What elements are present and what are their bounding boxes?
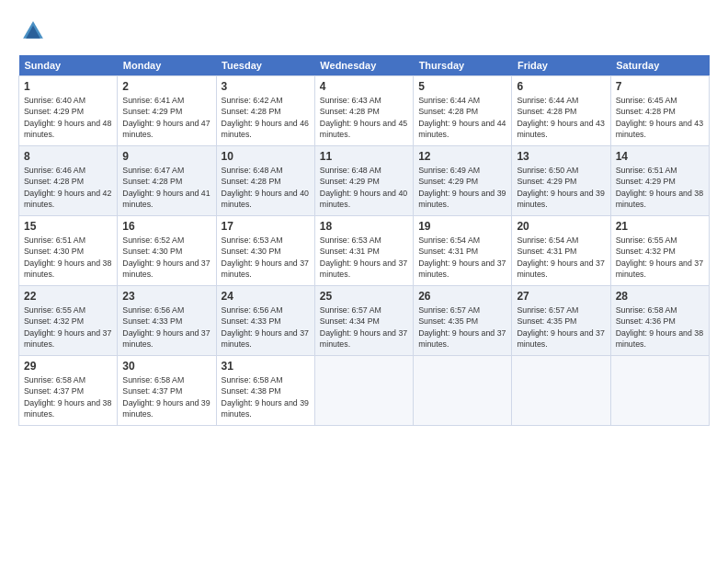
day-info: Sunrise: 6:44 AM Sunset: 4:28 PM Dayligh… xyxy=(517,95,605,140)
day-number: 14 xyxy=(616,150,704,163)
day-info: Sunrise: 6:55 AM Sunset: 4:32 PM Dayligh… xyxy=(24,304,112,350)
day-number: 24 xyxy=(222,290,310,303)
day-number: 27 xyxy=(517,290,605,303)
day-number: 13 xyxy=(517,150,605,163)
calendar-day-29: 29Sunrise: 6:58 AM Sunset: 4:37 PM Dayli… xyxy=(19,356,118,426)
weekday-header-friday: Friday xyxy=(512,55,610,76)
calendar-day-26: 26Sunrise: 6:57 AM Sunset: 4:35 PM Dayli… xyxy=(414,286,512,356)
day-number: 31 xyxy=(222,360,310,373)
calendar-day-25: 25Sunrise: 6:57 AM Sunset: 4:34 PM Dayli… xyxy=(314,286,413,356)
calendar-week-2: 8Sunrise: 6:46 AM Sunset: 4:28 PM Daylig… xyxy=(19,146,710,216)
calendar-day-17: 17Sunrise: 6:53 AM Sunset: 4:30 PM Dayli… xyxy=(216,216,314,286)
header xyxy=(18,15,710,48)
day-number: 11 xyxy=(320,150,408,163)
calendar-table: SundayMondayTuesdayWednesdayThursdayFrid… xyxy=(18,55,710,426)
day-number: 21 xyxy=(616,220,704,233)
calendar-week-4: 22Sunrise: 6:55 AM Sunset: 4:32 PM Dayli… xyxy=(19,286,710,356)
day-number: 2 xyxy=(122,80,210,93)
day-info: Sunrise: 6:53 AM Sunset: 4:30 PM Dayligh… xyxy=(222,235,310,280)
day-info: Sunrise: 6:50 AM Sunset: 4:29 PM Dayligh… xyxy=(517,165,605,210)
calendar-day-empty xyxy=(414,356,512,426)
day-number: 30 xyxy=(122,360,210,373)
day-info: Sunrise: 6:48 AM Sunset: 4:29 PM Dayligh… xyxy=(320,165,408,210)
day-number: 16 xyxy=(122,220,210,233)
day-number: 22 xyxy=(24,290,112,303)
weekday-header-sunday: Sunday xyxy=(19,55,118,76)
calendar-day-31: 31Sunrise: 6:58 AM Sunset: 4:38 PM Dayli… xyxy=(216,356,314,426)
day-number: 6 xyxy=(517,80,605,93)
day-info: Sunrise: 6:55 AM Sunset: 4:32 PM Dayligh… xyxy=(616,235,704,280)
page-container: SundayMondayTuesdayWednesdayThursdayFrid… xyxy=(0,0,728,435)
calendar-day-28: 28Sunrise: 6:58 AM Sunset: 4:36 PM Dayli… xyxy=(610,286,709,356)
calendar-day-24: 24Sunrise: 6:56 AM Sunset: 4:33 PM Dayli… xyxy=(216,286,314,356)
calendar-day-22: 22Sunrise: 6:55 AM Sunset: 4:32 PM Dayli… xyxy=(19,286,118,356)
calendar-day-4: 4Sunrise: 6:43 AM Sunset: 4:28 PM Daylig… xyxy=(314,76,413,146)
calendar-day-6: 6Sunrise: 6:44 AM Sunset: 4:28 PM Daylig… xyxy=(512,76,610,146)
calendar-day-21: 21Sunrise: 6:55 AM Sunset: 4:32 PM Dayli… xyxy=(610,216,709,286)
calendar-day-9: 9Sunrise: 6:47 AM Sunset: 4:28 PM Daylig… xyxy=(118,146,216,216)
day-number: 26 xyxy=(418,290,506,303)
day-number: 20 xyxy=(517,220,605,233)
calendar-day-18: 18Sunrise: 6:53 AM Sunset: 4:31 PM Dayli… xyxy=(314,216,413,286)
day-info: Sunrise: 6:58 AM Sunset: 4:37 PM Dayligh… xyxy=(24,374,112,419)
calendar-day-23: 23Sunrise: 6:56 AM Sunset: 4:33 PM Dayli… xyxy=(118,286,216,356)
day-info: Sunrise: 6:47 AM Sunset: 4:28 PM Dayligh… xyxy=(122,165,210,210)
calendar-day-14: 14Sunrise: 6:51 AM Sunset: 4:29 PM Dayli… xyxy=(610,146,709,216)
day-number: 12 xyxy=(418,150,506,163)
calendar-day-5: 5Sunrise: 6:44 AM Sunset: 4:28 PM Daylig… xyxy=(414,76,512,146)
calendar-day-3: 3Sunrise: 6:42 AM Sunset: 4:28 PM Daylig… xyxy=(216,76,314,146)
weekday-header-wednesday: Wednesday xyxy=(314,55,413,76)
calendar-day-1: 1Sunrise: 6:40 AM Sunset: 4:29 PM Daylig… xyxy=(19,76,118,146)
calendar-day-16: 16Sunrise: 6:52 AM Sunset: 4:30 PM Dayli… xyxy=(118,216,216,286)
weekday-header-monday: Monday xyxy=(118,55,216,76)
calendar-day-8: 8Sunrise: 6:46 AM Sunset: 4:28 PM Daylig… xyxy=(19,146,118,216)
day-info: Sunrise: 6:44 AM Sunset: 4:28 PM Dayligh… xyxy=(418,95,506,140)
day-info: Sunrise: 6:54 AM Sunset: 4:31 PM Dayligh… xyxy=(418,235,506,280)
calendar-week-5: 29Sunrise: 6:58 AM Sunset: 4:37 PM Dayli… xyxy=(19,356,710,426)
day-info: Sunrise: 6:58 AM Sunset: 4:36 PM Dayligh… xyxy=(616,304,704,350)
day-info: Sunrise: 6:46 AM Sunset: 4:28 PM Dayligh… xyxy=(24,165,112,210)
day-number: 3 xyxy=(222,80,310,93)
day-info: Sunrise: 6:42 AM Sunset: 4:28 PM Dayligh… xyxy=(222,95,310,140)
day-info: Sunrise: 6:49 AM Sunset: 4:29 PM Dayligh… xyxy=(418,165,506,210)
day-info: Sunrise: 6:51 AM Sunset: 4:30 PM Dayligh… xyxy=(24,235,112,280)
logo xyxy=(18,18,50,48)
day-number: 4 xyxy=(320,80,408,93)
weekday-header-tuesday: Tuesday xyxy=(216,55,314,76)
weekday-header-row: SundayMondayTuesdayWednesdayThursdayFrid… xyxy=(19,55,710,76)
day-info: Sunrise: 6:45 AM Sunset: 4:28 PM Dayligh… xyxy=(616,95,704,140)
calendar-day-30: 30Sunrise: 6:58 AM Sunset: 4:37 PM Dayli… xyxy=(118,356,216,426)
day-info: Sunrise: 6:56 AM Sunset: 4:33 PM Dayligh… xyxy=(122,304,210,350)
day-number: 10 xyxy=(222,150,310,163)
weekday-header-saturday: Saturday xyxy=(610,55,709,76)
logo-icon xyxy=(20,18,46,44)
calendar-day-27: 27Sunrise: 6:57 AM Sunset: 4:35 PM Dayli… xyxy=(512,286,610,356)
day-info: Sunrise: 6:53 AM Sunset: 4:31 PM Dayligh… xyxy=(320,235,408,280)
calendar-day-12: 12Sunrise: 6:49 AM Sunset: 4:29 PM Dayli… xyxy=(414,146,512,216)
calendar-day-empty xyxy=(512,356,610,426)
calendar-day-11: 11Sunrise: 6:48 AM Sunset: 4:29 PM Dayli… xyxy=(314,146,413,216)
calendar-day-20: 20Sunrise: 6:54 AM Sunset: 4:31 PM Dayli… xyxy=(512,216,610,286)
calendar-day-7: 7Sunrise: 6:45 AM Sunset: 4:28 PM Daylig… xyxy=(610,76,709,146)
day-info: Sunrise: 6:57 AM Sunset: 4:35 PM Dayligh… xyxy=(517,304,605,350)
calendar-day-empty xyxy=(610,356,709,426)
day-number: 18 xyxy=(320,220,408,233)
day-info: Sunrise: 6:43 AM Sunset: 4:28 PM Dayligh… xyxy=(320,95,408,140)
day-number: 29 xyxy=(24,360,112,373)
day-info: Sunrise: 6:58 AM Sunset: 4:38 PM Dayligh… xyxy=(222,374,310,419)
day-number: 23 xyxy=(122,290,210,303)
weekday-header-thursday: Thursday xyxy=(414,55,512,76)
day-info: Sunrise: 6:58 AM Sunset: 4:37 PM Dayligh… xyxy=(122,374,210,419)
day-info: Sunrise: 6:48 AM Sunset: 4:28 PM Dayligh… xyxy=(222,165,310,210)
day-number: 7 xyxy=(616,80,704,93)
day-number: 15 xyxy=(24,220,112,233)
calendar-week-1: 1Sunrise: 6:40 AM Sunset: 4:29 PM Daylig… xyxy=(19,76,710,146)
calendar-day-10: 10Sunrise: 6:48 AM Sunset: 4:28 PM Dayli… xyxy=(216,146,314,216)
calendar-day-empty xyxy=(314,356,413,426)
day-info: Sunrise: 6:41 AM Sunset: 4:29 PM Dayligh… xyxy=(122,95,210,140)
day-info: Sunrise: 6:40 AM Sunset: 4:29 PM Dayligh… xyxy=(24,95,112,140)
calendar-day-15: 15Sunrise: 6:51 AM Sunset: 4:30 PM Dayli… xyxy=(19,216,118,286)
calendar-day-2: 2Sunrise: 6:41 AM Sunset: 4:29 PM Daylig… xyxy=(118,76,216,146)
day-number: 8 xyxy=(24,150,112,163)
day-info: Sunrise: 6:57 AM Sunset: 4:35 PM Dayligh… xyxy=(418,304,506,350)
